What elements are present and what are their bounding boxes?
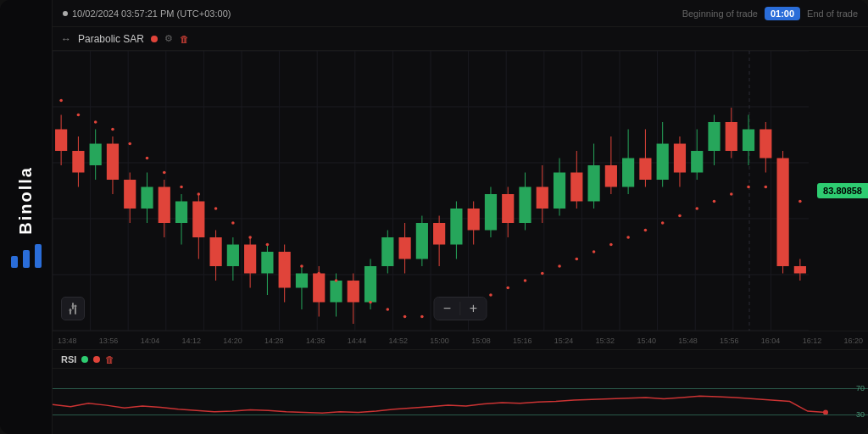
time-label: 14:52 xyxy=(389,337,409,345)
brand-name: Binolla xyxy=(16,166,36,235)
main-chart: 83.80858 − + xyxy=(53,51,868,331)
time-label: 15:24 xyxy=(554,337,574,345)
sidebar: Binolla xyxy=(0,0,53,434)
svg-rect-7 xyxy=(75,307,76,314)
rsi-color-dot-red xyxy=(93,356,100,363)
time-label: 14:20 xyxy=(223,337,242,345)
time-label: 14:12 xyxy=(181,337,201,345)
rsi-header: RSI 🗑 xyxy=(53,350,868,369)
time-label: 15:40 xyxy=(637,337,656,345)
rsi-color-dot-green xyxy=(81,356,88,363)
indicator-arrows-icon: ↔ xyxy=(61,33,71,45)
time-label: 15:48 xyxy=(678,337,698,345)
main-container: Binolla 10/02/2024 03:57:21 PM (UTC+03:0… xyxy=(0,0,868,434)
indicator-delete-icon[interactable]: 🗑 xyxy=(180,34,189,44)
time-label: 14:28 xyxy=(264,337,284,345)
time-label: 14:44 xyxy=(348,337,367,345)
time-label: 14:04 xyxy=(141,337,160,345)
svg-point-8 xyxy=(75,305,77,308)
indicator-color-dot xyxy=(151,36,158,42)
rsi-level-30-label: 30 xyxy=(856,410,865,419)
rsi-canvas xyxy=(53,369,868,434)
time-badge: 01:00 xyxy=(765,7,800,20)
svg-rect-4 xyxy=(72,303,74,309)
svg-rect-6 xyxy=(70,309,71,314)
chart-settings-button[interactable] xyxy=(61,297,85,320)
rsi-panel: RSI 🗑 70 30 xyxy=(53,349,868,434)
current-price-label: 83.80858 xyxy=(817,183,868,198)
time-label: 16:20 xyxy=(843,337,863,345)
svg-rect-2 xyxy=(35,244,42,268)
time-label: 14:36 xyxy=(306,337,326,345)
zoom-out-button[interactable]: − xyxy=(435,298,460,320)
indicator-bar: ↔ Parabolic SAR ⚙ 🗑 xyxy=(53,27,868,51)
trade-info: Beginning of trade 01:00 End of trade xyxy=(682,7,858,20)
rsi-label: RSI xyxy=(61,354,76,364)
time-label: 15:16 xyxy=(513,337,532,345)
zoom-in-button[interactable]: + xyxy=(461,298,487,320)
rsi-level-30-line xyxy=(53,415,868,415)
svg-rect-0 xyxy=(11,256,18,268)
time-label: 13:56 xyxy=(99,337,119,345)
brand-logo-icon xyxy=(11,244,42,268)
beginning-of-trade-label: Beginning of trade xyxy=(682,8,758,19)
rsi-level-70-line xyxy=(53,388,868,389)
zoom-controls: − + xyxy=(434,297,487,320)
chart-area: 10/02/2024 03:57:21 PM (UTC+03:00) Begin… xyxy=(53,0,868,434)
time-label: 16:12 xyxy=(803,337,822,345)
datetime-badge: 10/02/2024 03:57:21 PM (UTC+03:00) xyxy=(63,8,231,19)
time-label: 16:04 xyxy=(761,337,781,345)
rsi-delete-icon[interactable]: 🗑 xyxy=(105,354,114,364)
rsi-level-70-label: 70 xyxy=(856,384,865,392)
datetime-text: 10/02/2024 03:57:21 PM (UTC+03:00) xyxy=(72,8,231,19)
time-labels: 13:4813:5614:0414:1214:2014:2814:3614:44… xyxy=(56,337,865,345)
indicator-settings-icon[interactable]: ⚙ xyxy=(164,33,173,44)
svg-rect-1 xyxy=(23,250,30,268)
top-bar: 10/02/2024 03:57:21 PM (UTC+03:00) Begin… xyxy=(53,0,868,27)
time-axis: 13:4813:5614:0414:1214:2014:2814:3614:44… xyxy=(53,331,868,349)
time-label: 15:32 xyxy=(596,337,615,345)
time-label: 15:08 xyxy=(471,337,491,345)
end-of-trade-label: End of trade xyxy=(807,8,858,19)
candlestick-canvas xyxy=(53,51,868,331)
indicator-name: Parabolic SAR xyxy=(78,33,144,45)
status-dot xyxy=(63,11,68,16)
time-label: 15:00 xyxy=(430,337,449,345)
time-label: 15:56 xyxy=(720,337,739,345)
rsi-chart-area: 70 30 xyxy=(53,369,868,434)
time-label: 13:48 xyxy=(58,337,77,345)
